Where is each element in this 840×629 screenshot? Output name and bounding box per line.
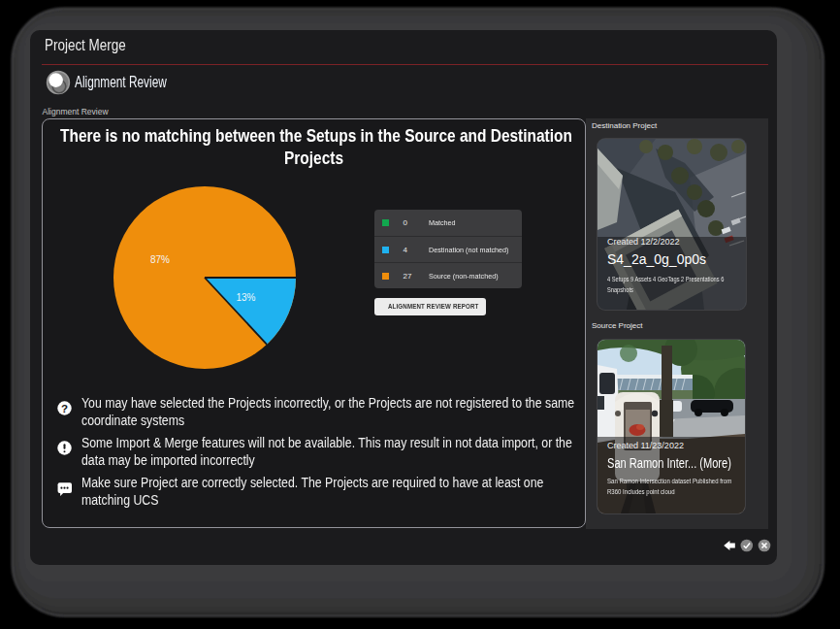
svg-text:87%: 87% (150, 254, 170, 265)
svg-text:?: ? (60, 403, 67, 414)
svg-text:13%: 13% (236, 292, 255, 303)
